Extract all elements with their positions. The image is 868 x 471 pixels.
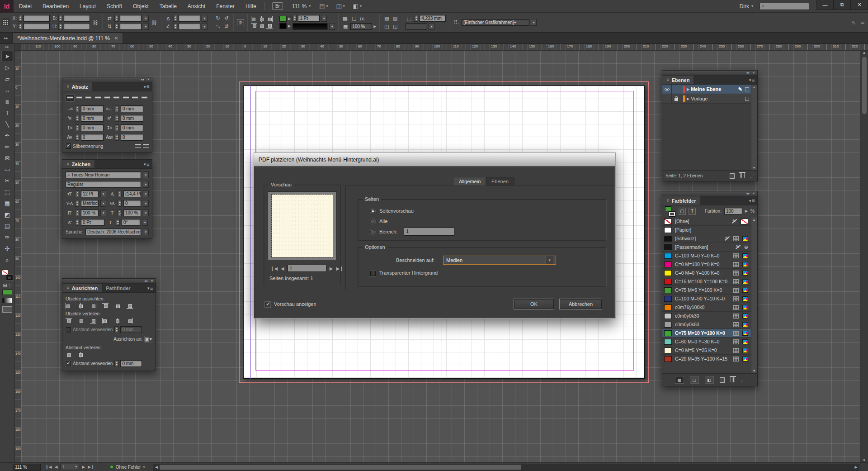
view-options-dropdown[interactable]: ▤▾: [319, 3, 328, 10]
layer-target-square[interactable]: [745, 97, 749, 101]
rotation-stepper[interactable]: [173, 15, 177, 22]
align-t-button[interactable]: [102, 303, 108, 309]
page-number-dropdown[interactable]: 1▾: [60, 464, 79, 470]
previous-page-icon[interactable]: ◀: [281, 266, 284, 271]
zeichen-stepper-3-0[interactable]: [75, 219, 79, 226]
swatch-row[interactable]: C=75 M=10 Y=100 K=0: [662, 329, 751, 338]
fill-proxy-swatch[interactable]: [2, 270, 8, 275]
apply-gradient-button[interactable]: [2, 298, 12, 303]
flip-horizontal-button[interactable]: ⇋: [214, 23, 222, 30]
use-spacing-checkbox[interactable]: [66, 327, 71, 333]
menu-datei[interactable]: Datei: [14, 0, 37, 12]
document-tab[interactable]: *Weihnachts-Menükarte.indd @ 111 % ✕: [12, 33, 123, 43]
chevron-down-icon[interactable]: ▾: [143, 209, 149, 216]
menu-schrift[interactable]: Schrift: [101, 0, 127, 12]
stroke-color-swatch[interactable]: [279, 23, 287, 29]
distribute-spacing-c-button[interactable]: [78, 352, 84, 357]
spacing-stepper[interactable]: [114, 326, 118, 333]
swatch-row[interactable]: [Schwarz]✎: [662, 234, 751, 243]
note-tool[interactable]: ▤: [1, 220, 13, 232]
zeichen-field-2-0[interactable]: 100 %: [81, 209, 99, 216]
zeichen-stepper-3-1[interactable]: [116, 219, 120, 226]
stroke-flyout[interactable]: ▶: [288, 24, 291, 28]
align-c-button[interactable]: [78, 303, 84, 309]
cancel-button[interactable]: Abbrechen: [560, 299, 602, 309]
horizontal-scroll-thumb[interactable]: [160, 465, 521, 470]
chevron-down-icon[interactable]: ▾: [143, 15, 149, 22]
absatz-field-3-1[interactable]: 0: [121, 134, 143, 141]
selection-tool[interactable]: ➤: [1, 51, 13, 62]
distribute-t-button[interactable]: [66, 318, 72, 324]
chevron-down-icon[interactable]: ▾: [202, 15, 208, 22]
close-button[interactable]: ✕: [851, 0, 868, 10]
screen-mode-dropdown[interactable]: ◫▾: [336, 3, 344, 10]
corner-options-icon[interactable]: ⬚: [406, 15, 413, 22]
user-account-dropdown[interactable]: Dirk ▾: [740, 3, 753, 10]
justify-center-button[interactable]: [103, 94, 112, 102]
preview-page-field[interactable]: 1: [288, 265, 326, 272]
absatz-field-3-0[interactable]: 0: [81, 134, 104, 141]
chevron-down-icon[interactable]: ▾: [142, 219, 148, 226]
align-towards-spine-button[interactable]: [131, 94, 140, 102]
stroke-proxy-swatch[interactable]: [6, 275, 13, 281]
scroll-left-icon[interactable]: ◀: [153, 464, 159, 470]
panel-menu-icon[interactable]: ≣: [751, 199, 755, 203]
align-center-button[interactable]: [75, 94, 84, 102]
chevron-down-icon[interactable]: ▾: [531, 19, 537, 26]
zeichen-stepper-1-0[interactable]: [75, 200, 79, 207]
align-left-button[interactable]: [251, 16, 257, 22]
align-bottom-button[interactable]: [266, 23, 273, 29]
formatting-container-button[interactable]: ▢: [679, 208, 686, 215]
line-tool[interactable]: ╲: [1, 119, 13, 130]
zeichen-field-2-1[interactable]: 100 %: [123, 209, 141, 216]
formatting-text-button[interactable]: T: [8, 284, 11, 287]
dialog-tab-ebenen[interactable]: Ebenen: [486, 177, 514, 186]
layer-visibility-toggle[interactable]: [662, 94, 672, 103]
swatch-row[interactable]: C=60 M=0 Y=30 K=0: [662, 338, 751, 346]
swatch-row[interactable]: C=0 M=0 Y=100 K=0: [662, 269, 751, 277]
eyedropper-tool[interactable]: ✑: [1, 232, 13, 243]
next-page-icon[interactable]: ▶: [82, 465, 85, 469]
crop-to-dropdown[interactable]: Medien ▼: [443, 256, 556, 265]
absatz-stepper-3-0[interactable]: [75, 134, 79, 141]
scroll-up-icon[interactable]: ▲: [863, 51, 866, 55]
distribute-spacing-m-button[interactable]: [66, 352, 72, 357]
bereich-radio[interactable]: [370, 229, 375, 234]
constrain-proportions-link-icon[interactable]: ⛓: [92, 19, 99, 26]
screen-mode-button[interactable]: [2, 306, 12, 313]
last-page-icon[interactable]: ▶❙: [88, 465, 94, 469]
alle-radio[interactable]: [370, 219, 375, 224]
chevron-down-icon[interactable]: ▾: [100, 209, 106, 216]
chevron-down-icon[interactable]: ▾: [321, 15, 327, 22]
collapse-panel-icon[interactable]: ◂◂: [141, 78, 144, 81]
absatz-field-2-0[interactable]: 0 mm: [81, 124, 104, 131]
close-icon[interactable]: ✕: [147, 78, 150, 81]
document-canvas[interactable]: ◂◂✕ ⇕Absatz ▾≣ →≡0 mm≡←0 mm*≡0 mm≡*0 mm↥…: [21, 51, 868, 462]
bridge-button[interactable]: Br: [272, 2, 283, 10]
ok-button[interactable]: OK: [514, 299, 554, 309]
y-stepper[interactable]: [18, 23, 22, 30]
menu-ansicht[interactable]: Ansicht: [182, 0, 211, 12]
swatch-row[interactable]: [Papier]: [662, 226, 751, 234]
gap-tool[interactable]: ↔: [1, 85, 13, 96]
corner-radius-field[interactable]: 4,233 mm: [420, 15, 446, 22]
scale-y-field[interactable]: [120, 23, 142, 30]
layer-lock-toggle[interactable]: [672, 85, 681, 94]
gradient-tool[interactable]: ▦: [1, 198, 13, 209]
absatz-stepper-3-1[interactable]: [115, 134, 119, 141]
layer-row[interactable]: ▶Vorlage: [662, 94, 751, 104]
swatch-row[interactable]: C=20 M=95 Y=100 K=15: [662, 355, 751, 363]
new-swatch-icon[interactable]: [720, 377, 725, 383]
panel-menu-icon[interactable]: ≣: [146, 85, 150, 89]
zoom-tool[interactable]: ⌕: [1, 254, 13, 266]
dialog-tab-allgemein[interactable]: Allgemein: [453, 177, 486, 186]
zeichen-field-3-0[interactable]: 0 Pt: [81, 219, 104, 226]
swatch-row[interactable]: C=0 M=5 Y=25 K=0: [662, 346, 751, 355]
seitenvorschau-radio[interactable]: [370, 209, 375, 214]
frame-fitting-dropdown[interactable]: [406, 23, 427, 30]
tab-ebenen[interactable]: ⇕Ebenen: [662, 76, 693, 84]
dialog-title-bar[interactable]: PDF platzieren (Weihnachts-Menü-Hintergr…: [254, 153, 615, 167]
chevron-down-icon[interactable]: ▾: [143, 23, 149, 30]
absatz-field-1-1[interactable]: 0 mm: [121, 115, 143, 122]
type-tool[interactable]: T: [1, 107, 13, 119]
